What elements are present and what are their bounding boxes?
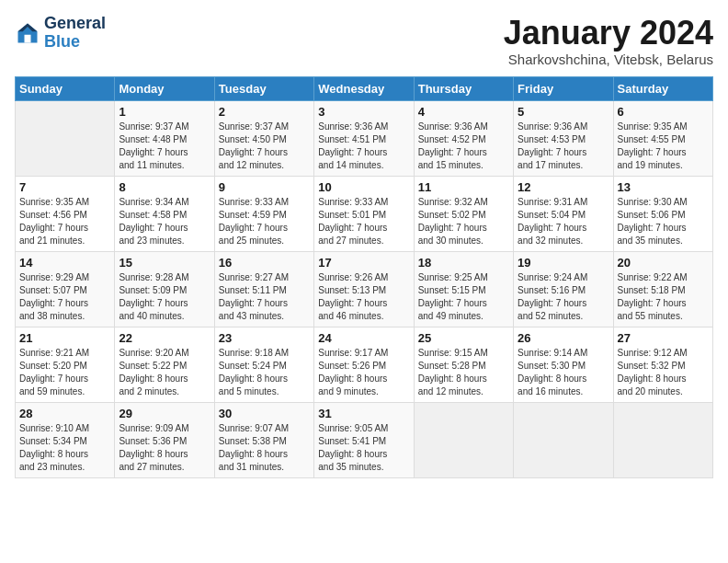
day-number: 10 [318, 180, 409, 194]
day-info: Sunrise: 9:05 AMSunset: 5:41 PMDaylight:… [318, 422, 409, 474]
calendar-cell: 9Sunrise: 9:33 AMSunset: 4:59 PMDaylight… [214, 176, 313, 251]
calendar-cell: 24Sunrise: 9:17 AMSunset: 5:26 PMDayligh… [314, 327, 414, 402]
day-number: 15 [119, 256, 210, 270]
day-info: Sunrise: 9:32 AMSunset: 5:02 PMDaylight:… [418, 196, 509, 247]
day-number: 20 [618, 256, 709, 270]
month-title: January 2024 [504, 15, 713, 52]
header: General Blue January 2024 Sharkovshchina… [15, 15, 713, 67]
calendar-cell: 19Sunrise: 9:24 AMSunset: 5:16 PMDayligh… [514, 251, 613, 327]
svg-rect-2 [25, 35, 31, 43]
day-info: Sunrise: 9:28 AMSunset: 5:09 PMDaylight:… [119, 271, 210, 323]
calendar-cell: 14Sunrise: 9:29 AMSunset: 5:07 PMDayligh… [16, 251, 115, 327]
day-info: Sunrise: 9:36 AMSunset: 4:51 PMDaylight:… [318, 121, 409, 172]
day-info: Sunrise: 9:20 AMSunset: 5:22 PMDaylight:… [119, 347, 210, 398]
location-subtitle: Sharkovshchina, Vitebsk, Belarus [504, 52, 713, 67]
day-info: Sunrise: 9:37 AMSunset: 4:48 PMDaylight:… [119, 121, 210, 172]
calendar-cell: 21Sunrise: 9:21 AMSunset: 5:20 PMDayligh… [16, 327, 115, 402]
calendar-cell [613, 402, 712, 477]
day-number: 21 [19, 331, 110, 345]
col-wednesday: Wednesday [314, 76, 414, 100]
day-info: Sunrise: 9:31 AMSunset: 5:04 PMDaylight:… [518, 196, 609, 247]
day-info: Sunrise: 9:27 AMSunset: 5:11 PMDaylight:… [219, 271, 310, 323]
col-monday: Monday [115, 76, 214, 100]
calendar-week-row: 1Sunrise: 9:37 AMSunset: 4:48 PMDaylight… [16, 100, 713, 176]
day-number: 16 [219, 256, 310, 270]
calendar-cell: 6Sunrise: 9:35 AMSunset: 4:55 PMDaylight… [613, 100, 712, 176]
day-info: Sunrise: 9:14 AMSunset: 5:30 PMDaylight:… [518, 347, 609, 398]
calendar-cell: 7Sunrise: 9:35 AMSunset: 4:56 PMDaylight… [16, 176, 115, 251]
day-info: Sunrise: 9:21 AMSunset: 5:20 PMDaylight:… [19, 347, 110, 398]
day-number: 23 [219, 331, 310, 345]
day-number: 14 [19, 256, 110, 270]
day-number: 30 [219, 407, 310, 420]
day-number: 4 [418, 105, 509, 119]
calendar-cell: 13Sunrise: 9:30 AMSunset: 5:06 PMDayligh… [613, 176, 712, 251]
calendar-cell: 5Sunrise: 9:36 AMSunset: 4:53 PMDaylight… [514, 100, 613, 176]
calendar-cell: 28Sunrise: 9:10 AMSunset: 5:34 PMDayligh… [16, 402, 115, 477]
day-number: 18 [418, 256, 509, 270]
calendar-cell [16, 100, 115, 176]
day-info: Sunrise: 9:10 AMSunset: 5:34 PMDaylight:… [19, 422, 110, 474]
day-info: Sunrise: 9:35 AMSunset: 4:56 PMDaylight:… [19, 196, 110, 247]
day-number: 13 [618, 180, 709, 194]
day-info: Sunrise: 9:36 AMSunset: 4:52 PMDaylight:… [418, 121, 509, 172]
col-saturday: Saturday [613, 76, 712, 100]
calendar-cell: 8Sunrise: 9:34 AMSunset: 4:58 PMDaylight… [115, 176, 214, 251]
day-info: Sunrise: 9:29 AMSunset: 5:07 PMDaylight:… [19, 271, 110, 323]
day-number: 5 [518, 105, 609, 119]
calendar-cell: 30Sunrise: 9:07 AMSunset: 5:38 PMDayligh… [214, 402, 313, 477]
calendar-cell: 2Sunrise: 9:37 AMSunset: 4:50 PMDaylight… [214, 100, 313, 176]
calendar-table: Sunday Monday Tuesday Wednesday Thursday… [15, 76, 713, 478]
day-info: Sunrise: 9:30 AMSunset: 5:06 PMDaylight:… [618, 196, 709, 247]
col-thursday: Thursday [414, 76, 513, 100]
day-number: 8 [119, 180, 210, 194]
calendar-week-row: 21Sunrise: 9:21 AMSunset: 5:20 PMDayligh… [16, 327, 713, 402]
calendar-cell: 4Sunrise: 9:36 AMSunset: 4:52 PMDaylight… [414, 100, 513, 176]
day-info: Sunrise: 9:17 AMSunset: 5:26 PMDaylight:… [318, 347, 409, 398]
day-number: 3 [318, 105, 409, 119]
logo-text: General Blue [44, 15, 106, 52]
day-info: Sunrise: 9:36 AMSunset: 4:53 PMDaylight:… [518, 121, 609, 172]
day-info: Sunrise: 9:22 AMSunset: 5:18 PMDaylight:… [618, 271, 709, 323]
calendar-cell [414, 402, 513, 477]
col-tuesday: Tuesday [214, 76, 313, 100]
day-number: 19 [518, 256, 609, 270]
day-info: Sunrise: 9:37 AMSunset: 4:50 PMDaylight:… [219, 121, 310, 172]
calendar-cell: 17Sunrise: 9:26 AMSunset: 5:13 PMDayligh… [314, 251, 414, 327]
day-info: Sunrise: 9:26 AMSunset: 5:13 PMDaylight:… [318, 271, 409, 323]
day-info: Sunrise: 9:33 AMSunset: 4:59 PMDaylight:… [219, 196, 310, 247]
day-number: 17 [318, 256, 409, 270]
col-sunday: Sunday [16, 76, 115, 100]
day-number: 29 [119, 407, 210, 420]
day-info: Sunrise: 9:09 AMSunset: 5:36 PMDaylight:… [119, 422, 210, 474]
calendar-cell: 3Sunrise: 9:36 AMSunset: 4:51 PMDaylight… [314, 100, 414, 176]
calendar-cell: 22Sunrise: 9:20 AMSunset: 5:22 PMDayligh… [115, 327, 214, 402]
day-number: 6 [618, 105, 709, 119]
day-number: 24 [318, 331, 409, 345]
day-info: Sunrise: 9:12 AMSunset: 5:32 PMDaylight:… [618, 347, 709, 398]
calendar-week-row: 28Sunrise: 9:10 AMSunset: 5:34 PMDayligh… [16, 402, 713, 477]
calendar-cell: 1Sunrise: 9:37 AMSunset: 4:48 PMDaylight… [115, 100, 214, 176]
day-number: 25 [418, 331, 509, 345]
col-friday: Friday [514, 76, 613, 100]
calendar-cell: 25Sunrise: 9:15 AMSunset: 5:28 PMDayligh… [414, 327, 513, 402]
calendar-cell: 20Sunrise: 9:22 AMSunset: 5:18 PMDayligh… [613, 251, 712, 327]
day-number: 1 [119, 105, 210, 119]
calendar-cell: 15Sunrise: 9:28 AMSunset: 5:09 PMDayligh… [115, 251, 214, 327]
day-info: Sunrise: 9:07 AMSunset: 5:38 PMDaylight:… [219, 422, 310, 474]
calendar-cell: 16Sunrise: 9:27 AMSunset: 5:11 PMDayligh… [214, 251, 313, 327]
day-info: Sunrise: 9:34 AMSunset: 4:58 PMDaylight:… [119, 196, 210, 247]
day-info: Sunrise: 9:35 AMSunset: 4:55 PMDaylight:… [618, 121, 709, 172]
calendar-cell: 29Sunrise: 9:09 AMSunset: 5:36 PMDayligh… [115, 402, 214, 477]
calendar-header-row: Sunday Monday Tuesday Wednesday Thursday… [16, 76, 713, 100]
logo-general: General [44, 14, 106, 32]
day-number: 11 [418, 180, 509, 194]
calendar-cell [514, 402, 613, 477]
logo: General Blue [15, 15, 106, 52]
day-number: 7 [19, 180, 110, 194]
calendar-cell: 26Sunrise: 9:14 AMSunset: 5:30 PMDayligh… [514, 327, 613, 402]
day-number: 27 [618, 331, 709, 345]
calendar-week-row: 14Sunrise: 9:29 AMSunset: 5:07 PMDayligh… [16, 251, 713, 327]
day-number: 9 [219, 180, 310, 194]
day-info: Sunrise: 9:24 AMSunset: 5:16 PMDaylight:… [518, 271, 609, 323]
